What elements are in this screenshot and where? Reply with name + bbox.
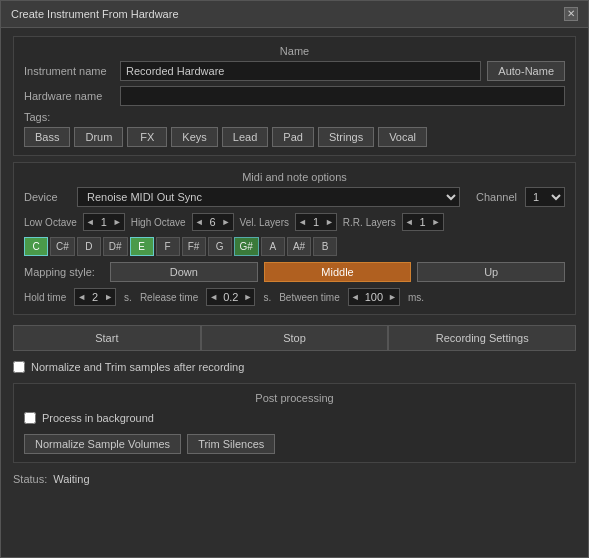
hardware-name-label: Hardware name bbox=[24, 90, 114, 102]
release-unit: s. bbox=[263, 292, 271, 303]
name-section: Name Instrument name Auto-Name Hardware … bbox=[13, 36, 576, 156]
vel-layers-dec[interactable]: ◄ bbox=[296, 217, 309, 227]
auto-name-button[interactable]: Auto-Name bbox=[487, 61, 565, 81]
mapping-label: Mapping style: bbox=[24, 266, 104, 278]
title-bar: Create Instrument From Hardware ✕ bbox=[1, 1, 588, 28]
vel-layers-label: Vel. Layers bbox=[240, 217, 289, 228]
key-e[interactable]: E bbox=[130, 237, 154, 256]
octave-row: Low Octave ◄ 1 ► High Octave ◄ 6 ► Vel. … bbox=[24, 213, 565, 231]
low-octave-spin: ◄ 1 ► bbox=[83, 213, 125, 231]
release-label: Release time bbox=[140, 292, 198, 303]
key-csharp[interactable]: C# bbox=[50, 237, 75, 256]
release-val: 0.2 bbox=[220, 291, 241, 303]
trim-silences-button[interactable]: Trim Silences bbox=[187, 434, 275, 454]
vel-layers-inc[interactable]: ► bbox=[323, 217, 336, 227]
process-bg-label: Process in background bbox=[42, 412, 154, 424]
normalize-checkbox[interactable] bbox=[13, 361, 25, 373]
hold-unit: s. bbox=[124, 292, 132, 303]
key-asharp[interactable]: A# bbox=[287, 237, 311, 256]
key-d[interactable]: D bbox=[77, 237, 101, 256]
between-unit: ms. bbox=[408, 292, 424, 303]
vel-layers-val: 1 bbox=[309, 216, 323, 228]
between-label: Between time bbox=[279, 292, 340, 303]
vel-layers-spin: ◄ 1 ► bbox=[295, 213, 337, 231]
release-dec[interactable]: ◄ bbox=[207, 292, 220, 302]
close-button[interactable]: ✕ bbox=[564, 7, 578, 21]
hardware-name-row: Hardware name bbox=[24, 86, 565, 106]
hold-inc[interactable]: ► bbox=[102, 292, 115, 302]
rr-layers-val: 1 bbox=[416, 216, 430, 228]
instrument-name-row: Instrument name Auto-Name bbox=[24, 61, 565, 81]
release-inc[interactable]: ► bbox=[241, 292, 254, 302]
channel-label: Channel bbox=[476, 191, 517, 203]
midi-section-label: Midi and note options bbox=[24, 171, 565, 183]
keys-row: C C# D D# E F F# G G# A A# B bbox=[24, 237, 565, 256]
key-b[interactable]: B bbox=[313, 237, 337, 256]
post-section-label: Post processing bbox=[24, 392, 565, 404]
mapping-middle[interactable]: Middle bbox=[264, 262, 412, 282]
high-octave-spin: ◄ 6 ► bbox=[192, 213, 234, 231]
content-area: Name Instrument name Auto-Name Hardware … bbox=[1, 28, 588, 557]
normalize-row: Normalize and Trim samples after recordi… bbox=[13, 357, 576, 377]
low-octave-dec[interactable]: ◄ bbox=[84, 217, 97, 227]
recording-settings-button[interactable]: Recording Settings bbox=[388, 325, 576, 351]
dialog: Create Instrument From Hardware ✕ Name I… bbox=[0, 0, 589, 558]
channel-select[interactable]: 1234 5678 9101112 13141516 bbox=[525, 187, 565, 207]
low-octave-label: Low Octave bbox=[24, 217, 77, 228]
tag-bass[interactable]: Bass bbox=[24, 127, 70, 147]
action-row: Start Stop Recording Settings bbox=[13, 325, 576, 351]
post-section: Post processing Process in background No… bbox=[13, 383, 576, 463]
status-label: Status: bbox=[13, 473, 47, 485]
device-label: Device bbox=[24, 191, 69, 203]
hold-label: Hold time bbox=[24, 292, 66, 303]
instrument-name-input[interactable] bbox=[120, 61, 481, 81]
high-octave-inc[interactable]: ► bbox=[220, 217, 233, 227]
mapping-down[interactable]: Down bbox=[110, 262, 258, 282]
mapping-row: Mapping style: Down Middle Up bbox=[24, 262, 565, 282]
start-button[interactable]: Start bbox=[13, 325, 201, 351]
tag-vocal[interactable]: Vocal bbox=[378, 127, 427, 147]
tag-drum[interactable]: Drum bbox=[74, 127, 123, 147]
key-a[interactable]: A bbox=[261, 237, 285, 256]
instrument-name-label: Instrument name bbox=[24, 65, 114, 77]
device-row: Device Renoise MIDI Out Sync Channel 123… bbox=[24, 187, 565, 207]
between-inc[interactable]: ► bbox=[386, 292, 399, 302]
tags-label: Tags: bbox=[24, 111, 565, 123]
tag-fx[interactable]: FX bbox=[127, 127, 167, 147]
between-spin: ◄ 100 ► bbox=[348, 288, 400, 306]
rr-layers-spin: ◄ 1 ► bbox=[402, 213, 444, 231]
hold-row: Hold time ◄ 2 ► s. Release time ◄ 0.2 ► … bbox=[24, 288, 565, 306]
low-octave-val: 1 bbox=[97, 216, 111, 228]
device-select[interactable]: Renoise MIDI Out Sync bbox=[77, 187, 460, 207]
status-value: Waiting bbox=[53, 473, 89, 485]
stop-button[interactable]: Stop bbox=[201, 325, 389, 351]
tag-keys[interactable]: Keys bbox=[171, 127, 217, 147]
tag-lead[interactable]: Lead bbox=[222, 127, 268, 147]
rr-layers-inc[interactable]: ► bbox=[430, 217, 443, 227]
process-bg-checkbox[interactable] bbox=[24, 412, 36, 424]
key-c[interactable]: C bbox=[24, 237, 48, 256]
tag-pad[interactable]: Pad bbox=[272, 127, 314, 147]
key-dsharp[interactable]: D# bbox=[103, 237, 128, 256]
key-f[interactable]: F bbox=[156, 237, 180, 256]
key-g[interactable]: G bbox=[208, 237, 232, 256]
low-octave-inc[interactable]: ► bbox=[111, 217, 124, 227]
mapping-up[interactable]: Up bbox=[417, 262, 565, 282]
tags-row: Bass Drum FX Keys Lead Pad Strings Vocal bbox=[24, 127, 565, 147]
rr-layers-dec[interactable]: ◄ bbox=[403, 217, 416, 227]
process-bg-row: Process in background bbox=[24, 408, 565, 428]
normalize-volumes-button[interactable]: Normalize Sample Volumes bbox=[24, 434, 181, 454]
tag-strings[interactable]: Strings bbox=[318, 127, 374, 147]
high-octave-dec[interactable]: ◄ bbox=[193, 217, 206, 227]
high-octave-val: 6 bbox=[206, 216, 220, 228]
hardware-name-input[interactable] bbox=[120, 86, 565, 106]
rr-layers-label: R.R. Layers bbox=[343, 217, 396, 228]
key-fsharp[interactable]: F# bbox=[182, 237, 206, 256]
between-val: 100 bbox=[362, 291, 386, 303]
hold-dec[interactable]: ◄ bbox=[75, 292, 88, 302]
key-gsharp[interactable]: G# bbox=[234, 237, 259, 256]
between-dec[interactable]: ◄ bbox=[349, 292, 362, 302]
hold-spin: ◄ 2 ► bbox=[74, 288, 116, 306]
high-octave-label: High Octave bbox=[131, 217, 186, 228]
release-spin: ◄ 0.2 ► bbox=[206, 288, 255, 306]
